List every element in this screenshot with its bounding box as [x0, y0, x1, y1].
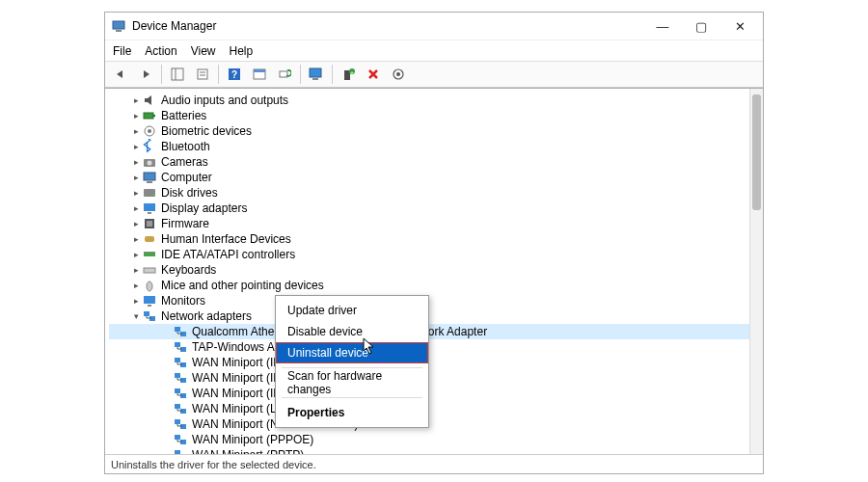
svg-rect-11 [280, 71, 287, 77]
tree-category[interactable]: ▸Human Interface Devices [109, 231, 749, 247]
scrollbar[interactable] [749, 89, 763, 454]
tree-category[interactable]: ▸Firmware [109, 216, 749, 231]
tree-device[interactable]: TAP-Windows Adapter V9 for OpenVPN [109, 339, 749, 355]
svg-point-22 [148, 129, 151, 133]
tree-device[interactable]: WAN Miniport (PPPOE) [109, 432, 749, 447]
svg-rect-32 [147, 221, 152, 227]
tree-device[interactable]: WAN Miniport (IKEv2) [109, 355, 749, 370]
chevron-right-icon[interactable]: ▸ [130, 170, 142, 185]
chevron-right-icon[interactable]: ▸ [130, 262, 142, 278]
audio-icon [142, 93, 157, 108]
chevron-down-icon[interactable]: ▾ [130, 308, 142, 324]
computer-icon [142, 170, 157, 185]
properties-button[interactable] [191, 64, 214, 85]
camera-icon [142, 154, 157, 170]
display-icon [142, 201, 157, 216]
tree-item-label: WAN Miniport (PPPOE) [192, 432, 313, 447]
tree-category[interactable]: ▸Monitors [109, 293, 749, 308]
add-device-button[interactable]: + [337, 64, 360, 85]
statusbar: Uninstalls the driver for the selected d… [105, 454, 763, 473]
svg-point-28 [152, 194, 154, 196]
uninstall-button[interactable] [362, 64, 385, 85]
forward-button[interactable] [134, 64, 157, 85]
svg-rect-20 [153, 115, 155, 117]
minimize-button[interactable]: — [643, 19, 682, 34]
tree-device[interactable]: WAN Miniport (IPv6) [109, 386, 749, 401]
tree-device[interactable]: WAN Miniport (PPTP) [109, 447, 749, 454]
tree-category[interactable]: ▸Keyboards [109, 262, 749, 278]
chevron-right-icon[interactable]: ▸ [130, 247, 142, 262]
context-menu-item[interactable]: Properties [276, 402, 428, 423]
svg-rect-0 [113, 21, 124, 29]
netchild-icon [173, 324, 188, 339]
chevron-right-icon[interactable]: ▸ [130, 123, 142, 139]
toolbar-separator [218, 65, 219, 84]
tree-device[interactable]: WAN Miniport (Network Monitor) [109, 416, 749, 432]
scan-hardware-button[interactable] [273, 64, 296, 85]
svg-rect-46 [175, 358, 180, 362]
netchild-icon [173, 355, 188, 370]
context-menu-item[interactable]: Scan for hardware changes [276, 372, 428, 393]
svg-rect-12 [310, 68, 321, 77]
context-menu-item[interactable]: Uninstall device [276, 342, 428, 363]
network-icon [142, 308, 157, 324]
action-button[interactable] [248, 64, 271, 85]
menu-help[interactable]: Help [230, 44, 254, 58]
device-manager-window: Device Manager — ▢ ✕ File Action View He… [104, 12, 764, 474]
chevron-right-icon[interactable]: ▸ [130, 293, 142, 308]
chevron-right-icon[interactable]: ▸ [130, 93, 142, 108]
menu-action[interactable]: Action [145, 44, 176, 58]
svg-rect-10 [254, 69, 265, 72]
context-menu-item[interactable]: Update driver [276, 300, 428, 321]
netchild-icon [173, 416, 188, 432]
chevron-right-icon[interactable]: ▸ [130, 108, 142, 123]
tree-item-label: Display adapters [161, 201, 247, 216]
tree-category[interactable]: ▸Mice and other pointing devices [109, 278, 749, 293]
chevron-right-icon[interactable]: ▸ [130, 139, 142, 154]
tree-category[interactable]: ▸Disk drives [109, 185, 749, 201]
menu-file[interactable]: File [113, 44, 131, 58]
scrollbar-thumb[interactable] [752, 94, 761, 210]
tree-category[interactable]: ▸Cameras [109, 154, 749, 170]
biometric-icon [142, 123, 157, 139]
firmware-icon [142, 216, 157, 231]
tree-item-label: Mice and other pointing devices [161, 278, 324, 293]
tree-category[interactable]: ▸Bluetooth [109, 139, 749, 154]
tree-category[interactable]: ▸Computer [109, 170, 749, 185]
maximize-button[interactable]: ▢ [682, 19, 720, 34]
svg-rect-13 [312, 78, 318, 80]
disable-button[interactable] [387, 64, 410, 85]
monitor-button[interactable] [305, 64, 328, 85]
tree-category[interactable]: ▾Network adapters [109, 308, 749, 324]
svg-rect-25 [144, 173, 155, 180]
chevron-right-icon[interactable]: ▸ [130, 154, 142, 170]
tree-category[interactable]: ▸Biometric devices [109, 123, 749, 139]
tree-item-label: Firmware [161, 216, 209, 231]
back-button[interactable] [109, 64, 132, 85]
toolbar: ? + [105, 61, 763, 88]
chevron-right-icon[interactable]: ▸ [130, 201, 142, 216]
tree-device[interactable]: WAN Miniport (L2TP) [109, 401, 749, 416]
chevron-right-icon[interactable]: ▸ [130, 216, 142, 231]
chevron-right-icon[interactable]: ▸ [130, 231, 142, 247]
svg-rect-39 [148, 305, 151, 307]
window-title: Device Manager [132, 19, 643, 33]
tree-device[interactable]: WAN Miniport (IP) [109, 370, 749, 386]
chevron-right-icon[interactable]: ▸ [130, 185, 142, 201]
tree-category[interactable]: ▸Audio inputs and outputs [109, 93, 749, 108]
svg-text:?: ? [231, 69, 237, 80]
toolbar-separator [161, 65, 162, 84]
tree-category[interactable]: ▸Display adapters [109, 201, 749, 216]
svg-rect-56 [175, 435, 180, 440]
close-button[interactable]: ✕ [720, 19, 759, 34]
context-menu-item[interactable]: Disable device [276, 321, 428, 342]
menu-view[interactable]: View [191, 44, 216, 58]
tree-device[interactable]: Qualcomm Atheros QCA61x4A Wireless Netwo… [109, 324, 749, 339]
tree-category[interactable]: ▸Batteries [109, 108, 749, 123]
tree-category[interactable]: ▸IDE ATA/ATAPI controllers [109, 247, 749, 262]
svg-rect-34 [144, 253, 155, 256]
chevron-right-icon[interactable]: ▸ [130, 278, 142, 293]
show-hide-tree-button[interactable] [166, 64, 189, 85]
help-button[interactable]: ? [223, 64, 246, 85]
svg-rect-19 [144, 113, 153, 119]
